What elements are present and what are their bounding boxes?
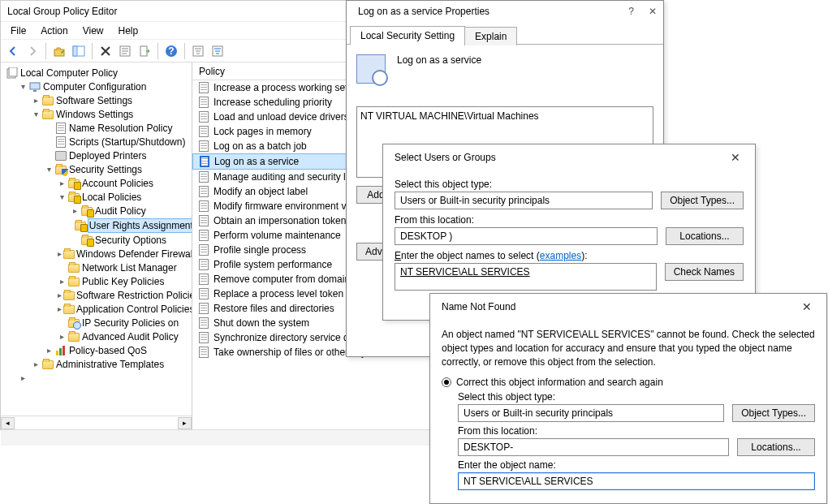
folder-net-icon <box>67 317 80 329</box>
delete-button[interactable] <box>97 42 114 60</box>
location-label: From this location: <box>395 214 744 226</box>
expand-icon[interactable]: ▸ <box>58 303 62 316</box>
tree-defender-firewall[interactable]: ▸Windows Defender Firewall <box>56 248 190 261</box>
expand-icon[interactable]: ▸ <box>71 205 79 218</box>
navigation-tree[interactable]: Local Computer Policy ▾Computer Configur… <box>1 62 192 389</box>
up-button[interactable] <box>50 42 68 60</box>
policy-doc-icon <box>197 125 210 138</box>
object-type-label: Select this object type: <box>458 391 815 403</box>
expand-icon[interactable]: ▸ <box>58 289 62 302</box>
refresh-button[interactable] <box>209 42 226 60</box>
tree-printers[interactable]: Deployed Printers <box>43 149 190 162</box>
close-icon[interactable]: ✕ <box>724 149 747 166</box>
menu-view[interactable]: View <box>76 24 110 38</box>
policy-description: Log on as a service <box>397 54 481 66</box>
object-types-button[interactable]: Object Types... <box>661 192 744 209</box>
tree-account-policies[interactable]: ▸Account Policies <box>56 177 190 190</box>
expand-icon[interactable]: ▸ <box>58 248 62 261</box>
tree-root[interactable]: Local Computer Policy <box>4 67 190 80</box>
tree-admin-templates[interactable]: ▸Administrative Templates <box>30 358 190 371</box>
collapse-icon[interactable]: ▾ <box>58 191 66 204</box>
scroll-left-button[interactable]: ◂ <box>1 417 15 429</box>
svg-rect-17 <box>59 348 62 355</box>
close-icon[interactable]: ✕ <box>796 299 818 315</box>
tree-user-rights[interactable]: User Rights Assignment <box>69 218 190 233</box>
tree-public-key[interactable]: ▸Public Key Policies <box>56 275 190 288</box>
show-hide-tree-button[interactable] <box>70 42 88 60</box>
help-button[interactable]: ? <box>162 42 180 60</box>
scroll-right-button[interactable]: ▸ <box>178 417 192 429</box>
close-icon[interactable]: ✕ <box>649 6 657 17</box>
tree-qos[interactable]: ▸Policy-based QoS <box>43 344 190 357</box>
policy-doc-icon <box>197 170 210 183</box>
locations-button[interactable]: Locations... <box>737 438 815 456</box>
folder-icon <box>41 359 54 370</box>
object-type-label: Select this object type: <box>395 179 744 190</box>
dialog-title: Log on as a service Properties <box>358 6 489 17</box>
tree-software-settings[interactable]: ▸Software Settings <box>30 94 190 107</box>
examples-link[interactable]: examples <box>540 250 581 261</box>
tree-pane: Local Computer Policy ▾Computer Configur… <box>1 62 192 429</box>
expand-icon[interactable]: ▸ <box>58 330 66 343</box>
expand-icon[interactable]: ▸ <box>32 358 40 371</box>
horizontal-scrollbar[interactable]: ◂ ▸ <box>1 416 192 429</box>
tree-network-list[interactable]: Network List Manager <box>56 261 190 274</box>
tree-windows-settings[interactable]: ▾Windows Settings <box>30 108 190 121</box>
expand-icon[interactable]: ▸ <box>32 94 40 107</box>
tree-advanced-audit[interactable]: ▸Advanced Audit Policy <box>56 330 190 343</box>
help-icon[interactable]: ? <box>628 6 634 17</box>
folder-icon <box>63 304 75 315</box>
properties-button[interactable] <box>116 42 134 60</box>
doc-icon <box>54 136 67 148</box>
collapse-icon[interactable]: ▾ <box>45 163 53 176</box>
folder-icon <box>63 290 75 301</box>
expand-icon[interactable]: ▸ <box>45 344 53 357</box>
locations-button[interactable]: Locations... <box>666 227 744 245</box>
menu-file[interactable]: File <box>4 24 32 38</box>
policy-doc-icon <box>197 273 210 286</box>
expand-icon[interactable]: ▸ <box>19 372 27 385</box>
tab-local-security[interactable]: Local Security Setting <box>350 26 465 45</box>
policy-doc-icon <box>197 81 210 94</box>
forward-button[interactable] <box>24 42 41 60</box>
tree-scripts[interactable]: Scripts (Startup/Shutdown) <box>43 136 190 149</box>
object-names-textarea[interactable]: NT SERVICE\ALL SERVICES <box>395 263 657 291</box>
object-types-button[interactable]: Object Types... <box>732 404 815 422</box>
collapse-icon[interactable]: ▾ <box>19 80 27 93</box>
folder-icon <box>67 276 80 287</box>
tree-computer-config[interactable]: ▾Computer Configuration <box>17 80 190 93</box>
tree-name-resolution[interactable]: Name Resolution Policy <box>43 122 190 135</box>
tree-more[interactable]: ▸ <box>17 372 190 385</box>
object-type-field: Users or Built-in security principals <box>395 192 653 209</box>
menu-action[interactable]: Action <box>34 24 74 38</box>
policy-doc-icon <box>197 185 210 198</box>
tree-security-settings[interactable]: ▾Security Settings <box>43 163 190 176</box>
tab-explain[interactable]: Explain <box>464 27 517 45</box>
radio-correct-info[interactable]: Correct this object information and sear… <box>442 377 815 388</box>
check-names-button[interactable]: Check Names <box>665 263 744 281</box>
tree-audit-policy[interactable]: ▸Audit Policy <box>69 205 190 218</box>
list-item[interactable]: NT VIRTUAL MACHINE\Virtual Machines <box>360 110 649 122</box>
export-button[interactable] <box>136 42 153 60</box>
tree-security-options[interactable]: Security Options <box>69 234 190 247</box>
collapse-icon[interactable]: ▾ <box>32 108 40 121</box>
back-button[interactable] <box>4 42 22 60</box>
tree-ip-security[interactable]: IP Security Policies on <box>56 317 190 330</box>
filter-button[interactable] <box>189 42 207 60</box>
expand-icon[interactable]: ▸ <box>58 275 66 288</box>
policy-doc-icon <box>197 302 210 315</box>
policy-doc-icon <box>197 200 210 213</box>
tree-local-policies[interactable]: ▾Local Policies <box>56 191 190 204</box>
svg-rect-18 <box>63 346 65 355</box>
tree-app-control[interactable]: ▸Application Control Policies <box>56 303 190 316</box>
object-name-input[interactable]: NT SERVICE\ALL SERVICES <box>458 472 815 490</box>
menu-help[interactable]: Help <box>112 24 145 38</box>
folder-lock-icon <box>75 220 86 231</box>
radio-icon[interactable] <box>442 377 451 387</box>
policy-doc-icon <box>197 331 210 344</box>
folder-lock-icon <box>80 205 93 217</box>
policy-doc-icon <box>197 140 210 153</box>
tree-software-restriction[interactable]: ▸Software Restriction Policies <box>56 289 190 302</box>
error-message: An object named "NT SERVICE\ALL SERVICES… <box>442 328 815 368</box>
expand-icon[interactable]: ▸ <box>58 177 66 190</box>
